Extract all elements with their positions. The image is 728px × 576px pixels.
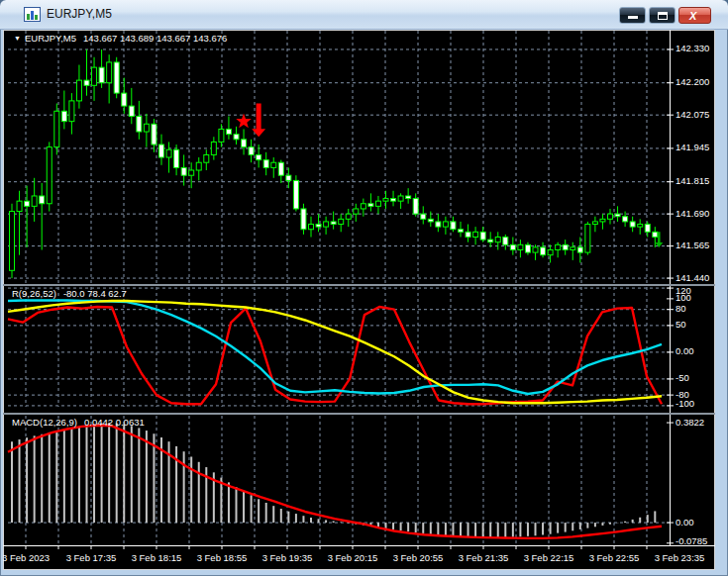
macd-axis-label: -0.0785: [676, 535, 707, 546]
candle: [174, 149, 179, 167]
candle: [548, 250, 553, 255]
time-axis-label: 3 Feb 22:15: [524, 552, 574, 563]
window-title: EURJPY,M5: [47, 7, 112, 21]
sell-signal-arrowhead: [252, 129, 265, 137]
header-symbol: EURJPY,M5: [25, 33, 76, 44]
candle: [623, 217, 628, 222]
wr-axis-label: 80: [676, 303, 686, 314]
price-axis-label: 142.075: [676, 109, 709, 120]
wr-axis-label: 50: [676, 319, 686, 330]
candle: [577, 247, 582, 252]
candle: [339, 219, 344, 224]
candle: [518, 244, 523, 249]
candle: [211, 142, 216, 154]
candle: [189, 170, 194, 175]
candle: [40, 196, 45, 204]
candle: [226, 129, 231, 134]
macd-panel-header: MACD(12,26,9)0.0442 0.0631: [12, 417, 145, 428]
price-axis-label: 141.565: [676, 240, 709, 250]
candle: [368, 204, 373, 207]
candle: [257, 154, 261, 159]
candle: [92, 67, 97, 85]
candle: [47, 147, 52, 204]
candle: [286, 175, 291, 180]
candle: [32, 196, 37, 206]
candle: [69, 101, 74, 122]
candle: [324, 222, 329, 227]
candle: [76, 80, 81, 101]
time-axis-label: 3 Feb 19:35: [262, 552, 313, 563]
candle: [480, 232, 485, 240]
candle: [316, 225, 321, 228]
time-axis-label: 3 Feb 22:55: [589, 552, 640, 563]
candle: [406, 196, 411, 199]
price-axis-label: 141.945: [676, 142, 709, 152]
candle: [271, 162, 276, 167]
candle: [10, 212, 15, 271]
candle: [301, 209, 306, 230]
candle: [436, 222, 441, 227]
candle: [391, 199, 396, 202]
candle: [571, 247, 575, 250]
candle: [234, 135, 239, 140]
title-bar[interactable]: EURJPY,M5 X: [0, 0, 728, 30]
candle: [541, 247, 546, 255]
candle: [242, 140, 247, 147]
wr-axis-label: 0.00: [676, 345, 694, 356]
minimize-icon: [628, 16, 638, 19]
candle: [600, 219, 605, 222]
candle: [525, 244, 530, 252]
candle: [204, 154, 209, 162]
price-axis-label: 142.330: [676, 43, 709, 53]
candle: [421, 214, 426, 219]
time-axis-label: 3 Feb 2023: [3, 552, 50, 563]
main-chart-header: ▼EURJPY,M5143.667 143.689 143.667 143.67…: [14, 33, 227, 44]
candle: [219, 129, 224, 142]
candle: [309, 225, 314, 230]
candle: [152, 124, 156, 144]
candle: [278, 162, 283, 175]
candle: [459, 230, 464, 233]
minimize-button[interactable]: [619, 7, 646, 24]
chart-icon: [24, 7, 41, 22]
header-ohlc: 143.667 143.689 143.667 143.676: [83, 33, 227, 44]
candle: [166, 149, 171, 157]
macd-label: MACD(12,26,9): [12, 417, 77, 428]
end-signal-arrowhead: [655, 242, 663, 247]
chart-canvas[interactable]: 142.330142.200142.075141.945141.815141.6…: [3, 30, 715, 570]
time-axis-label: 3 Feb 20:15: [328, 552, 378, 563]
candle: [645, 225, 650, 233]
wr-values: -80.0 78.4 62.7: [63, 288, 127, 299]
candle: [54, 111, 59, 146]
candle: [533, 247, 538, 252]
candle: [144, 124, 149, 132]
candle: [556, 244, 561, 249]
candle: [495, 238, 500, 242]
wr-mid-line: [8, 301, 662, 395]
sell-signal-star: [236, 114, 252, 129]
restore-button[interactable]: [649, 7, 676, 24]
candle: [630, 222, 635, 227]
close-button[interactable]: X: [678, 7, 711, 24]
candle: [653, 232, 658, 237]
price-axis-label: 141.690: [676, 208, 709, 219]
candle: [361, 204, 365, 209]
candle: [473, 232, 478, 237]
close-icon: X: [689, 11, 696, 22]
wr-axis-label: 100: [676, 292, 691, 303]
time-axis-label: 3 Feb 18:55: [197, 552, 248, 563]
candle: [107, 62, 112, 83]
candle: [25, 201, 30, 206]
candle: [137, 116, 142, 132]
candle: [413, 199, 418, 215]
candle: [510, 244, 515, 249]
candle: [99, 67, 104, 83]
wr-panel-header: R(9,26,52)-80.0 78.4 62.7: [12, 288, 127, 299]
candle: [615, 214, 620, 217]
symbol-dropdown-icon[interactable]: ▼: [14, 35, 21, 42]
candle: [608, 214, 613, 219]
time-axis-label: 3 Feb 18:15: [132, 552, 182, 563]
candle: [592, 222, 597, 225]
macd-axis-label: 0.3822: [676, 417, 704, 428]
wr-axis-label: -100: [676, 398, 694, 409]
